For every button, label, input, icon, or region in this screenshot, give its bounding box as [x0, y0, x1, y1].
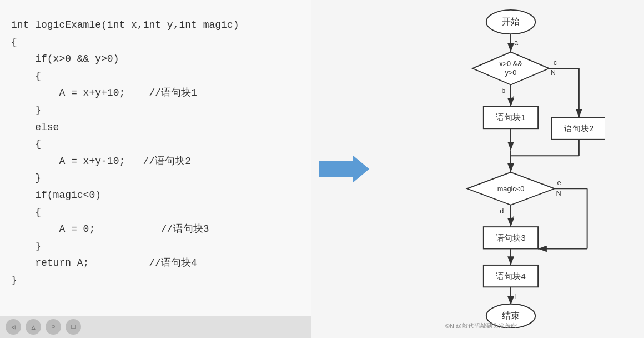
- code-panel: int logicExamle(int x,int y,int magic) {…: [0, 0, 311, 338]
- icon-2[interactable]: △: [26, 319, 41, 335]
- label-a: a: [514, 38, 519, 47]
- icon-4[interactable]: □: [66, 319, 81, 335]
- block3-label: 语句块3: [496, 233, 525, 242]
- label-e: e: [557, 178, 561, 187]
- svg-marker-0: [319, 155, 369, 183]
- end-label: 结束: [502, 311, 520, 320]
- watermark: ©N @敲代码敲到头发茂密: [445, 322, 517, 328]
- direction-arrow: [319, 155, 369, 183]
- cond2-label: magic<0: [497, 185, 525, 193]
- block1-label: 语句块1: [496, 113, 525, 122]
- label-f: f: [514, 292, 516, 300]
- cond1-label2: y>0: [505, 68, 517, 77]
- label-cN: N: [551, 68, 556, 77]
- code-display: int logicExamle(int x,int y,int magic) {…: [11, 17, 300, 289]
- label-eN: N: [556, 189, 561, 197]
- main-container: int logicExamle(int x,int y,int magic) {…: [0, 0, 644, 338]
- flowchart-svg: 开始 a x>0 && y>0 b Y c N 语句块1 语句块2: [416, 6, 605, 328]
- start-label: 开始: [502, 17, 520, 26]
- bottom-bar: ◁ △ ○ □: [0, 316, 311, 338]
- icon-1[interactable]: ◁: [6, 319, 21, 335]
- flowchart-panel: 开始 a x>0 && y>0 b Y c N 语句块1 语句块2: [378, 0, 644, 338]
- label-b: b: [501, 86, 505, 95]
- arrow-container: [311, 0, 378, 338]
- label-dY: Y: [510, 215, 515, 223]
- label-d: d: [500, 207, 504, 215]
- cond1-label1: x>0 &&: [499, 59, 522, 68]
- block4-label: 语句块4: [496, 272, 525, 281]
- icon-3[interactable]: ○: [46, 319, 61, 335]
- label-c: c: [554, 58, 557, 67]
- block2-label: 语句块2: [564, 124, 593, 133]
- label-bY: Y: [510, 95, 515, 103]
